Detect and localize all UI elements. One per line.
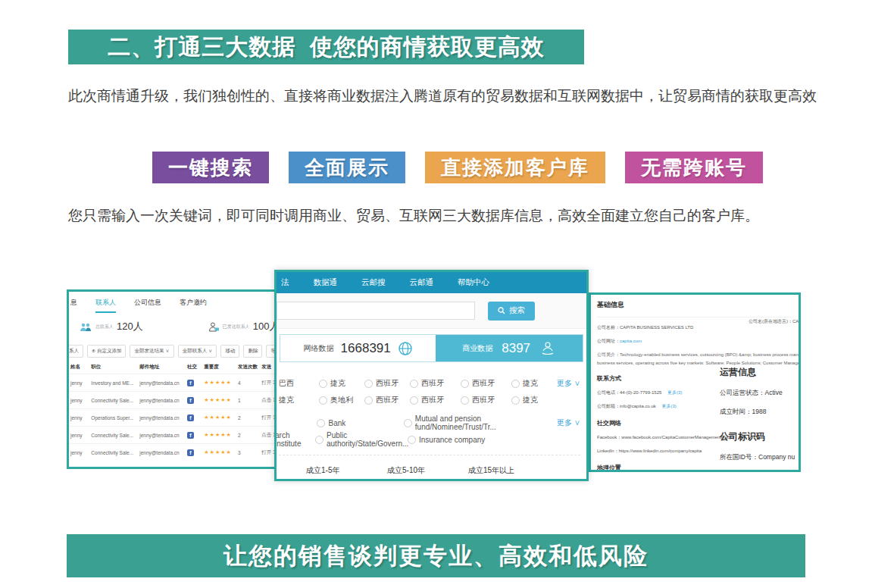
partial-contact-button[interactable]: 系人: [67, 345, 83, 358]
nav-item-partial[interactable]: 法: [281, 277, 289, 288]
type-option[interactable]: Bank: [317, 419, 403, 427]
country-option[interactable]: 西班牙: [461, 395, 511, 405]
founded-option[interactable]: 成立1-5年: [306, 465, 387, 476]
linkedin-url[interactable]: https://www.linkedin.com/company/capita: [619, 449, 702, 453]
country-id-line: 所在国ID号：Company nu: [720, 453, 801, 462]
cell-title: Investory and ME...: [89, 374, 138, 392]
contacts-table: 姓名 职位 邮件地址 社交 重要度 发送次数 发送 jenny Investor…: [69, 361, 282, 461]
country-option[interactable]: 奥地利: [319, 395, 364, 405]
type-lead-partial: arch institute: [275, 431, 315, 448]
table-row[interactable]: jenny Connectivity Sale... jenny@tendata…: [69, 392, 282, 409]
tab-customer-invite[interactable]: 客户邀约: [180, 298, 207, 313]
radio-icon[interactable]: [410, 396, 418, 405]
add-to-customer-db-button[interactable]: 直接添加客户库: [425, 152, 605, 183]
cell-social: f: [186, 374, 202, 392]
country-option[interactable]: 捷克: [511, 395, 580, 405]
facebook-icon[interactable]: f: [187, 397, 194, 404]
one-key-search-button[interactable]: 一键搜索: [152, 152, 269, 183]
sent-contacts-stat: 已发送联系人 100人: [208, 320, 280, 333]
radio-icon[interactable]: [511, 380, 520, 388]
col-name: 姓名: [69, 361, 89, 374]
radio-icon[interactable]: [511, 396, 520, 405]
table-row[interactable]: jenny Connectivity Sale... jenny@tendata…: [69, 427, 282, 444]
facebook-icon[interactable]: f: [187, 432, 194, 439]
facebook-icon[interactable]: f: [187, 380, 194, 386]
country-option[interactable]: 西班牙: [461, 378, 511, 389]
website-link[interactable]: capita.com: [620, 339, 642, 343]
send-result-filter-dropdown[interactable]: 全部发送结果 ∨: [130, 345, 173, 358]
facebook-url[interactable]: www.facebook.com/CapitaCustomerManagemen…: [621, 435, 733, 439]
radio-icon[interactable]: [317, 419, 325, 427]
facebook-icon[interactable]: f: [187, 449, 194, 456]
country-id-label: 所在国ID号：: [720, 453, 758, 461]
nav-item-cloud-mail-search[interactable]: 云邮搜: [361, 277, 386, 288]
cell-title: Connectivity Sale...: [89, 427, 138, 444]
company-local-name-line: 公司名(所在地语言)：CAPIT: [749, 318, 801, 325]
country-option[interactable]: 西班牙: [364, 395, 410, 405]
cell-social: f: [186, 392, 202, 409]
radio-icon[interactable]: [410, 380, 418, 388]
type-option[interactable]: Public authority/State/Govern...: [315, 431, 408, 448]
country-lead-label: 巴西: [279, 378, 319, 389]
search-input[interactable]: [277, 302, 475, 320]
col-title: 职位: [89, 361, 138, 374]
local-name-label: 公司名(所在地语言)：: [749, 319, 792, 324]
founded-option[interactable]: 成立15年以上: [468, 465, 549, 476]
country-option[interactable]: 西班牙: [364, 378, 410, 389]
country-option[interactable]: 西班牙: [410, 378, 461, 389]
phone-value: 44-(0)-20-7799-1525: [620, 390, 661, 395]
custom-add-button[interactable]: ⊕ 自定义添加: [87, 345, 126, 358]
radio-icon[interactable]: [408, 436, 416, 444]
business-data-value: 8397: [502, 341, 530, 356]
tab-company-info[interactable]: 公司信息: [134, 298, 161, 313]
tab-info-partial[interactable]: 息: [70, 298, 77, 313]
feature-button-row: 一键搜索 全面展示 直接添加客户库 无需跨账号: [152, 152, 763, 183]
facebook-icon[interactable]: f: [187, 414, 194, 421]
business-data-stat[interactable]: 商业数据 8397: [436, 335, 583, 361]
intro-paragraph: 此次商情通升级，我们独创性的、直接将商业数据注入腾道原有的贸易数据和互联网数据中…: [68, 79, 818, 114]
star-rating: ★★★★★: [204, 397, 231, 402]
country-option[interactable]: 捷克: [319, 378, 364, 389]
total-contacts-stat: 总联系人 120人: [80, 320, 143, 333]
cell-importance: ★★★★★: [202, 409, 236, 427]
no-cross-account-button[interactable]: 无需跨账号: [625, 152, 763, 183]
nav-item-datatong[interactable]: 数据通: [314, 277, 338, 288]
search-button[interactable]: 搜索: [488, 302, 535, 321]
bottom-banner: 让您的销售谈判更专业、高效和低风险: [67, 534, 805, 577]
more-countries-link[interactable]: 更多 ∨: [557, 378, 580, 389]
radio-icon[interactable]: [461, 380, 469, 388]
phone-more-link[interactable]: 更多(3): [667, 390, 682, 395]
business-data-label: 商业数据: [462, 343, 492, 354]
option-label: Insurance company: [419, 436, 485, 444]
radio-icon[interactable]: [364, 396, 373, 405]
full-display-button[interactable]: 全面展示: [289, 152, 405, 183]
contact-filter-dropdown[interactable]: 全部联系人 ∨: [178, 345, 217, 358]
web-data-stat[interactable]: 网络数据 1668391: [280, 335, 436, 361]
radio-icon[interactable]: [364, 380, 373, 388]
company-panel-body: 基础信息 公司名称：CAPITA BUSINESS SERVICES LTD 公…: [591, 295, 799, 470]
radio-icon[interactable]: [404, 419, 412, 427]
nav-item-cloud-mail[interactable]: 云邮通: [410, 277, 434, 288]
type-option[interactable]: Insurance company: [408, 436, 485, 444]
table-row[interactable]: jenny Operations Super... jenny@tendata.…: [69, 409, 282, 427]
country-option[interactable]: 捷克: [511, 378, 557, 389]
nav-item-help-center[interactable]: 帮助中心: [458, 277, 489, 288]
type-option[interactable]: Mutual and pension fund/Nominee/Trust/Tr…: [404, 414, 557, 431]
move-button[interactable]: 移动: [220, 345, 239, 358]
option-label: 西班牙: [472, 395, 495, 405]
email-more-link[interactable]: 更多(3): [661, 404, 676, 408]
radio-icon[interactable]: [461, 396, 469, 405]
table-row[interactable]: jenny Investory and ME... jenny@tendata.…: [69, 374, 282, 392]
cell-title: Connectivity Sale...: [89, 444, 138, 461]
radio-icon[interactable]: [319, 380, 327, 388]
delete-button[interactable]: 删除: [243, 345, 262, 358]
contacts-toolbar: 系人 ⊕ 自定义添加 全部发送结果 ∨ 全部联系人 ∨ 移动 删除 导出到: [67, 339, 280, 361]
radio-icon[interactable]: [315, 436, 323, 444]
table-row[interactable]: jenny Connectivity Sale... jenny@tendata…: [69, 444, 282, 461]
tab-contacts[interactable]: 联系人: [95, 298, 116, 313]
country-option[interactable]: 西班牙: [410, 395, 461, 405]
radio-icon[interactable]: [319, 396, 327, 405]
founded-option[interactable]: 成立5-10年: [387, 465, 468, 476]
more-types-link[interactable]: 更多 ∨: [557, 418, 580, 428]
option-label: Bank: [328, 419, 345, 427]
